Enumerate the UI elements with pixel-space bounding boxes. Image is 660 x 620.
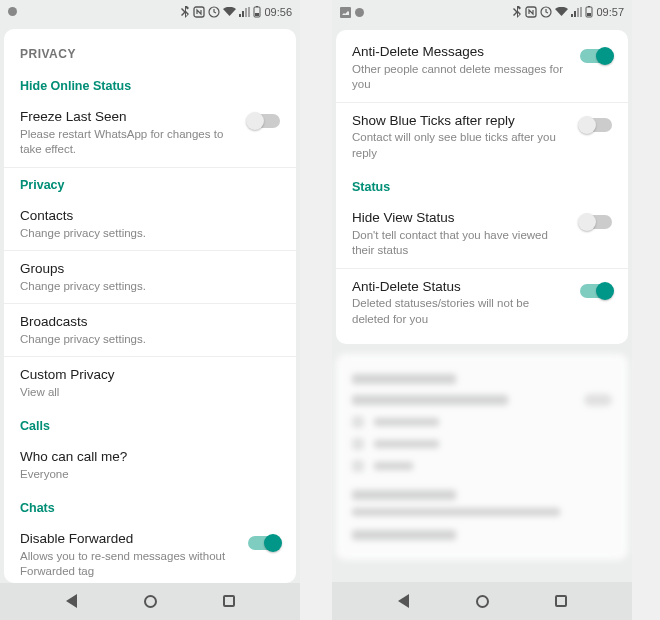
- nav-back-button[interactable]: [395, 593, 411, 609]
- nfc-icon: [193, 6, 205, 18]
- row-title: Groups: [20, 260, 268, 278]
- blurred-card: [336, 354, 628, 560]
- wifi-icon: [223, 7, 236, 17]
- section-status: Status: [336, 170, 628, 200]
- row-freeze-last-seen[interactable]: Freeze Last Seen Please restart WhatsApp…: [4, 99, 296, 168]
- nav-recent-button[interactable]: [221, 593, 237, 609]
- settings-card: Anti-Delete Messages Other people cannot…: [336, 30, 628, 344]
- row-title: Show Blue Ticks after reply: [352, 112, 568, 130]
- page-title: PRIVACY: [4, 33, 296, 69]
- row-subtitle: Deleted statuses/stories will not be del…: [352, 296, 568, 327]
- notification-dot-icon: [8, 7, 17, 16]
- signal-icon: [239, 7, 250, 17]
- vibrate-icon: [208, 6, 220, 18]
- battery-icon: [253, 6, 261, 18]
- battery-icon: [585, 6, 593, 18]
- image-notification-icon: [340, 7, 351, 18]
- row-title: Broadcasts: [20, 313, 268, 331]
- switch-disable-forwarded[interactable]: [248, 536, 280, 550]
- bluetooth-icon: [512, 6, 522, 18]
- svg-rect-9: [588, 6, 590, 7]
- nav-home-button[interactable]: [142, 593, 158, 609]
- notification-dot-icon: [355, 8, 364, 17]
- row-title: Disable Forwarded: [20, 530, 236, 548]
- row-title: Who can call me?: [20, 448, 268, 466]
- row-custom-privacy[interactable]: Custom Privacy View all: [4, 357, 296, 409]
- row-blue-ticks[interactable]: Show Blue Ticks after reply Contact will…: [336, 103, 628, 171]
- svg-rect-5: [340, 7, 351, 18]
- row-subtitle: Allows you to re-send messages without F…: [20, 549, 236, 580]
- signal-icon: [571, 7, 582, 17]
- row-hide-view-status[interactable]: Hide View Status Don't tell contact that…: [336, 200, 628, 269]
- nav-bar: [332, 582, 632, 620]
- settings-card: PRIVACY Hide Online Status Freeze Last S…: [4, 29, 296, 583]
- switch-anti-delete-messages[interactable]: [580, 49, 612, 63]
- row-contacts[interactable]: Contacts Change privacy settings.: [4, 198, 296, 251]
- row-anti-delete-status[interactable]: Anti-Delete Status Deleted statuses/stor…: [336, 269, 628, 337]
- phone-right: 09:57 Anti-Delete Messages Other people …: [332, 0, 632, 620]
- nav-home-button[interactable]: [474, 593, 490, 609]
- section-privacy: Privacy: [4, 168, 296, 198]
- nav-recent-button[interactable]: [553, 593, 569, 609]
- switch-anti-delete-status[interactable]: [580, 284, 612, 298]
- row-anti-delete-messages[interactable]: Anti-Delete Messages Other people cannot…: [336, 34, 628, 103]
- row-subtitle: Contact will only see blue ticks after y…: [352, 130, 568, 161]
- status-bar: 09:56: [0, 0, 300, 23]
- row-subtitle: Other people cannot delete messages for …: [352, 62, 568, 93]
- row-groups[interactable]: Groups Change privacy settings.: [4, 251, 296, 304]
- row-subtitle: Don't tell contact that you have viewed …: [352, 228, 568, 259]
- svg-rect-4: [255, 13, 259, 16]
- row-disable-forwarded[interactable]: Disable Forwarded Allows you to re-send …: [4, 521, 296, 583]
- row-title: Hide View Status: [352, 209, 568, 227]
- wifi-icon: [555, 7, 568, 17]
- row-title: Contacts: [20, 207, 268, 225]
- nav-bar: [0, 583, 300, 620]
- row-title: Anti-Delete Status: [352, 278, 568, 296]
- bluetooth-icon: [180, 6, 190, 18]
- section-calls: Calls: [4, 409, 296, 439]
- nfc-icon: [525, 6, 537, 18]
- section-chats: Chats: [4, 491, 296, 521]
- status-time: 09:57: [596, 6, 624, 18]
- switch-blue-ticks[interactable]: [580, 118, 612, 132]
- nav-back-button[interactable]: [63, 593, 79, 609]
- switch-freeze-last-seen[interactable]: [248, 114, 280, 128]
- svg-rect-10: [587, 13, 591, 16]
- row-who-can-call[interactable]: Who can call me? Everyone: [4, 439, 296, 491]
- row-subtitle: Everyone: [20, 467, 268, 483]
- svg-rect-3: [256, 6, 258, 7]
- phone-left: 09:56 PRIVACY Hide Online Status Freeze …: [0, 0, 300, 620]
- row-title: Freeze Last Seen: [20, 108, 236, 126]
- section-hide-online: Hide Online Status: [4, 69, 296, 99]
- row-subtitle: View all: [20, 385, 268, 401]
- row-subtitle: Change privacy settings.: [20, 279, 268, 295]
- status-time: 09:56: [264, 6, 292, 18]
- row-title: Anti-Delete Messages: [352, 43, 568, 61]
- row-subtitle: Change privacy settings.: [20, 226, 268, 242]
- switch-hide-view-status[interactable]: [580, 215, 612, 229]
- status-bar: 09:57: [332, 0, 632, 24]
- row-subtitle: Please restart WhatsApp for changes to t…: [20, 127, 236, 158]
- row-subtitle: Change privacy settings.: [20, 332, 268, 348]
- vibrate-icon: [540, 6, 552, 18]
- row-title: Custom Privacy: [20, 366, 268, 384]
- row-broadcasts[interactable]: Broadcasts Change privacy settings.: [4, 304, 296, 357]
